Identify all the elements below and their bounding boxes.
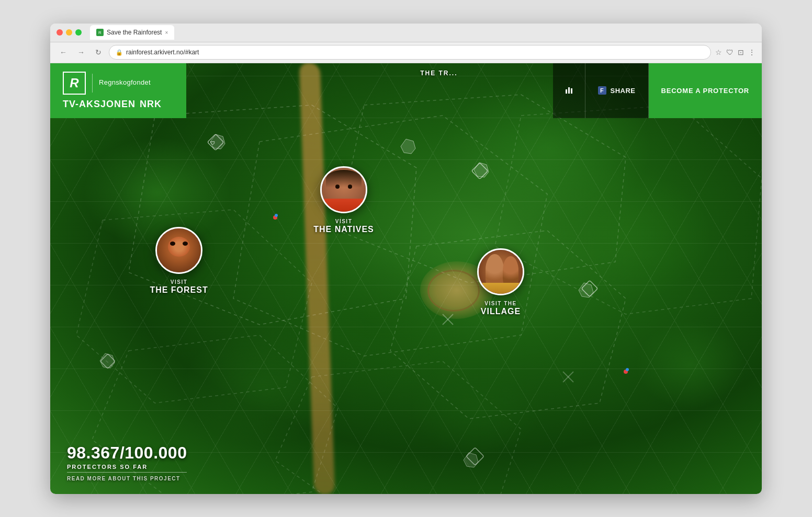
poi-forest-visit: Visit	[150, 279, 208, 285]
title-bar: R Save the Rainforest ×	[50, 24, 762, 42]
poi-natives-label: Visit The Natives	[313, 219, 374, 234]
poi-village-visit: VisiT ThE	[481, 301, 521, 306]
tab-favicon: R	[96, 29, 104, 36]
native-eye-right	[348, 185, 352, 189]
village-image	[479, 250, 523, 294]
stats-icon	[566, 87, 572, 94]
stats-link[interactable]: Read More About This Project	[67, 476, 187, 481]
map-background: 🛡	[50, 63, 762, 494]
poi-natives-name: The Natives	[313, 224, 374, 234]
village-person-1	[486, 254, 504, 285]
poi-forest-circle	[155, 227, 202, 274]
protector-button[interactable]: Become a Protector	[649, 63, 762, 118]
url-text: rainforest.arkivert.no/#kart	[126, 49, 199, 56]
poi-village[interactable]: VisiT ThE VILLAGE	[477, 248, 524, 316]
back-button[interactable]: ←	[57, 46, 70, 59]
bottom-stats: 98.367/100.000 Protectors So Far Read Mo…	[67, 443, 187, 481]
maximize-button[interactable]	[75, 29, 82, 36]
stats-label: Protectors So Far	[67, 464, 187, 473]
logo-icon: R	[63, 72, 86, 95]
svg-point-27	[626, 368, 629, 371]
nav-bar: ← → ↻ 🔒 rainforest.arkivert.no/#kart ☆ 🛡…	[50, 42, 762, 63]
poi-natives-circle	[320, 166, 367, 213]
menu-icon[interactable]: ⋮	[748, 48, 755, 56]
svg-marker-7	[275, 361, 521, 494]
logo-row: R Regnskogfondet	[63, 72, 174, 95]
stats-count: 98.367/100.000	[67, 443, 187, 463]
orangutan-image	[157, 228, 201, 272]
poi-natives-visit: Visit	[313, 219, 374, 224]
orangutan-eye-left	[170, 242, 175, 246]
poi-village-circle	[477, 248, 524, 295]
header-overlay: R Regnskogfondet TV-AKSJONEN NRK	[50, 63, 762, 118]
bookmark-icon[interactable]: ☆	[715, 48, 722, 56]
lock-icon: 🔒	[116, 49, 123, 56]
nav-actions: ☆ 🛡 ⊡ ⋮	[715, 48, 755, 56]
main-content: 🛡	[50, 63, 762, 494]
svg-marker-17	[579, 283, 593, 297]
svg-marker-1	[233, 116, 547, 356]
tab-close-button[interactable]: ×	[165, 30, 168, 36]
header-spacer	[186, 63, 553, 118]
org-name: Regnskogfondet	[99, 78, 151, 87]
browser-window: R Save the Rainforest × ← → ↻ 🔒 rainfore…	[50, 24, 762, 494]
native-eye-left	[335, 185, 340, 189]
poi-forest-label: Visit The Forest	[150, 279, 208, 295]
native-image	[322, 168, 366, 212]
forward-button[interactable]: →	[74, 46, 88, 59]
svg-point-25	[275, 214, 278, 217]
orangutan-eye-right	[183, 242, 188, 246]
logo-divider	[92, 74, 93, 93]
village-clothing	[479, 283, 523, 294]
poi-forest-name: The Forest	[150, 285, 208, 295]
protector-label: Become a Protector	[661, 87, 749, 95]
extension-icon[interactable]: 🛡	[726, 48, 734, 56]
svg-marker-5	[495, 105, 762, 314]
share-label: Share	[611, 87, 636, 95]
facebook-icon: f	[598, 86, 606, 95]
poi-forest[interactable]: Visit The Forest	[150, 227, 208, 295]
orangutan-eyes	[170, 242, 188, 246]
header-actions: f Share Become a Protector	[553, 63, 762, 118]
share-button[interactable]: f Share	[585, 63, 649, 118]
stats-button[interactable]	[553, 63, 585, 118]
address-bar[interactable]: 🔒 rainforest.arkivert.no/#kart	[109, 45, 711, 60]
cast-icon[interactable]: ⊡	[738, 48, 744, 56]
tab-label: Save the Rainforest	[107, 29, 162, 36]
poi-natives[interactable]: Visit The Natives	[313, 166, 374, 234]
top-map-label: THE TR...	[420, 70, 457, 77]
traffic-lights	[57, 29, 82, 36]
svg-marker-19	[464, 453, 478, 467]
reload-button[interactable]: ↻	[92, 46, 105, 59]
close-button[interactable]	[57, 29, 63, 36]
village-people	[479, 250, 523, 294]
native-clothing	[322, 199, 366, 212]
logo-sub: TV-AKSJONEN NRK	[63, 99, 174, 110]
logo-section: R Regnskogfondet TV-AKSJONEN NRK	[50, 63, 186, 118]
svg-marker-18	[100, 353, 115, 368]
svg-marker-15	[401, 139, 415, 154]
tv-aksjon-label: TV-AKSJONEN	[63, 99, 136, 110]
native-eyes	[335, 185, 352, 189]
village-person-2	[503, 256, 518, 285]
browser-tab[interactable]: R Save the Rainforest ×	[90, 25, 174, 40]
poi-village-label: VisiT ThE VILLAGE	[481, 301, 521, 316]
nrk-logo: NRK	[140, 99, 162, 110]
minimize-button[interactable]	[66, 29, 72, 36]
poi-village-name: VILLAGE	[481, 306, 521, 316]
